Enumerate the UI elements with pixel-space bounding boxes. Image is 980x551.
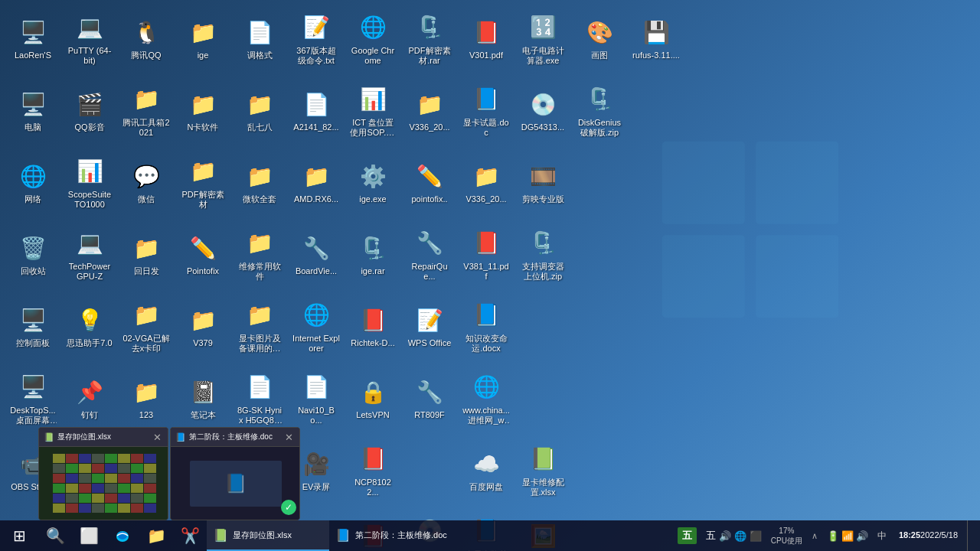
desktop-icon-letsvpn[interactable]: 🔒 LetsVPN	[346, 366, 400, 432]
extra-icon[interactable]: ✂️	[173, 520, 207, 551]
desktop-icon-chinawww[interactable]: 🌐 www.china... 进维网_ww...	[459, 366, 513, 432]
desktop-icon-laorenS[interactable]: 🖥️ LaoRen'S	[6, 6, 60, 72]
excel-cell	[66, 474, 78, 483]
desktop-icon-biaogezhishi[interactable]: 📄 调格式	[233, 6, 286, 72]
desktop-icon-pdf[interactable]: 🗜️ PDF解密素材.rar	[403, 6, 456, 72]
desktop-icon-baidu[interactable]: 📁 腾讯工具箱2021	[119, 78, 173, 144]
popup-close-word-popup[interactable]: ✕	[283, 431, 295, 443]
desktop-icon-v33620[interactable]: 📁 V336_20...	[459, 150, 513, 216]
desktop-icon-diskgenius[interactable]: 🗜️ DiskGenius破解版.zip	[573, 78, 626, 144]
desktop-icon-xiankapei[interactable]: 📗 显卡维修配置.xlsx	[516, 438, 570, 504]
desktop-icon-internet[interactable]: 🌐 Internet Explorer	[289, 294, 343, 360]
notification-area[interactable]: ∧	[808, 520, 821, 551]
desktop-icon-baiduyun[interactable]: ☁️ 百度网盘	[459, 438, 513, 504]
taskbar-preview-popup: 📗 显存卸位图.xlsx ✕ 📘 第二阶段：主板维修.doc ✕ 📘 ✓	[38, 427, 300, 520]
excel-cell	[105, 454, 117, 463]
desktop-icon-kongzhi[interactable]: 🖥️ 控制面板	[6, 294, 60, 360]
clock[interactable]: 18:25 2022/5/18	[893, 520, 964, 551]
desktop-icon-v379[interactable]: 📁 V379	[176, 294, 230, 360]
icon-image-bghynix: 📄	[244, 372, 275, 403]
language-icon[interactable]: 中	[874, 520, 890, 551]
desktop-icon-wpsoffice[interactable]: 📝 WPS Office	[403, 294, 456, 360]
excel-cell	[79, 454, 91, 463]
taskbar-app-excel-app[interactable]: 📗 显存卸位图.xlsx	[207, 520, 329, 551]
icon-label-v33620: V336_20...	[466, 194, 506, 204]
desktop-icon-igerar[interactable]: 🗜️ ige.rar	[346, 222, 400, 288]
desktop-icon-repairq[interactable]: 🔧 RepairQue...	[403, 222, 456, 288]
desktop-icon-tencentqq[interactable]: 🐧 腾讯QQ	[119, 6, 173, 72]
icon-image-ncp810: 📕	[358, 444, 388, 474]
icon-label-pointofix: pointofix..	[411, 194, 447, 204]
icon-label-rt809f: RT809F	[414, 410, 445, 420]
excel-cell	[131, 474, 143, 483]
desktop-icon-boardview[interactable]: 🔧 BoardVie...	[289, 222, 343, 288]
taskbar-app-word-app[interactable]: 📘 第二阶段：主板维修.doc	[329, 520, 453, 551]
desktop-icon-sixin[interactable]: 💡 思迅助手7.0	[63, 294, 116, 360]
desktop-icon-ige[interactable]: 📁 ige	[176, 6, 230, 72]
desktop-icon-huatu[interactable]: 🎨 画图	[573, 6, 626, 72]
desktop-icon-luanren[interactable]: 📁 乱七八	[233, 78, 286, 144]
show-desktop[interactable]	[967, 520, 974, 551]
desktop-icon-weixin[interactable]: 💬 微信	[119, 150, 173, 216]
desktop-icon-putty[interactable]: 💻 PuTTY (64-bit)	[63, 6, 116, 72]
desktop-icon-pointofix[interactable]: ✏️ pointofix..	[403, 150, 456, 216]
desktop-icon-chrome[interactable]: 🌐 Google Chrome	[346, 6, 400, 72]
desktop-icon-qqyingyin[interactable]: 🎬 QQ影音	[63, 78, 116, 144]
icon-label-evlook: EV录屏	[302, 482, 331, 492]
desktop-icon-v301[interactable]: 📕 V301.pdf	[459, 6, 513, 72]
desktop-icon-baiban[interactable]: 📝 367版本超级命令.txt	[289, 6, 343, 72]
desktop-icon-pointofix2[interactable]: ✏️ Pointofix	[176, 222, 230, 288]
desktop-icon-xucaiprofessional[interactable]: 🎞️ 剪映专业版	[516, 150, 570, 216]
desktop-icon-wbsq[interactable]: 📁 微软全套	[233, 150, 286, 216]
desktop-icon-onetwothree[interactable]: 📁 123	[119, 366, 173, 432]
desktop-icon-igeexe[interactable]: ⚙️ ige.exe	[346, 150, 400, 216]
desktop-icon-weixiu[interactable]: 📁 维修常用软件	[233, 222, 286, 288]
desktop-icon-v38111[interactable]: 📕 V381_11.pdf	[459, 222, 513, 288]
excel-cell	[53, 474, 65, 483]
search-icon-taskbar[interactable]: 🔍	[38, 520, 72, 551]
desktop-icon-richtek[interactable]: 📕 Richtek-D...	[346, 294, 400, 360]
desktop-icon-nka[interactable]: 📁 N卡软件	[176, 78, 230, 144]
desktop-icon-wangluo[interactable]: 🌐 网络	[6, 150, 60, 216]
fileexplorer-icon[interactable]: 📁	[139, 520, 173, 551]
icon-label-baiduyun: 百度网盘	[469, 482, 503, 492]
desktop-icon-huishou[interactable]: 🗑️ 回收站	[6, 222, 60, 288]
ime-button[interactable]: 五	[675, 520, 700, 551]
desktop-icon-huiri[interactable]: 📁 回日发	[119, 222, 173, 288]
desktop-icon-02vga[interactable]: 📁 02-VGA已解去x卡印	[119, 294, 173, 360]
excel-cell	[105, 464, 117, 473]
desktop-icon-rt809f[interactable]: 🔧 RT809F	[403, 366, 456, 432]
start-button[interactable]: ⊞	[0, 520, 38, 551]
desktop-icon-ict[interactable]: 📊 ICT 盘位置使用SOP.ppt	[346, 78, 400, 144]
desktop-icon-zhishi[interactable]: 📘 知识改变命运.docx	[459, 294, 513, 360]
popup-preview-word-popup[interactable]: 📘 ✓	[171, 447, 300, 520]
icon-image-wpsoffice: 📝	[414, 305, 445, 335]
desktop-icon-notepad[interactable]: 📓 笔记本	[176, 366, 230, 432]
desktop-icon-dianlu[interactable]: 🔢 电子电路计算器.exe	[516, 6, 570, 72]
desktop-icon-navi10[interactable]: 📄 Navi10_Bo...	[289, 366, 343, 432]
cpu-usage[interactable]: 17%CPU使用	[768, 520, 805, 551]
desktop-icon-v336[interactable]: 📁 V336_20...	[403, 78, 456, 144]
desktop-icon-xiankatu[interactable]: 📁 显卡图片及备课用的资料	[233, 294, 286, 360]
desktop-icon-dg54313[interactable]: 💿 DG54313...	[516, 78, 570, 144]
desktop-icon-scopesuite[interactable]: 📊 ScopeSuite TO1000	[63, 150, 116, 216]
desktop-icon-pdfjieya[interactable]: 📁 PDF解密素材	[176, 150, 230, 216]
desktop-icon-amdrx[interactable]: 📁 AMD.RX6...	[289, 150, 343, 216]
desktop-icon-dianlu2[interactable]: 🖥️ 电脑	[6, 78, 60, 144]
system-icons[interactable]: 🔋 📶 🔊	[824, 520, 871, 551]
desktop-icon-xiankatiti[interactable]: 📘 显卡试题.doc	[459, 78, 513, 144]
desktop-icon-shangwei[interactable]: 🗜️ 支持调变器上位机.zip	[516, 222, 570, 288]
desktop-icon-dingding[interactable]: 📌 钉钉	[63, 366, 116, 432]
popup-preview-excel-popup[interactable]	[39, 447, 168, 520]
popup-close-excel-popup[interactable]: ✕	[151, 431, 163, 443]
taskview-icon[interactable]: ⬜	[72, 520, 106, 551]
tray-icons[interactable]: 五 🔊 🌐 ⬛	[703, 520, 765, 551]
desktop-icon-techpow[interactable]: 💻 TechPower GPU-Z	[63, 222, 116, 288]
desktop-icon-desktopS[interactable]: 🖥️ DeskTopS... 桌面屏幕抓...	[6, 366, 60, 432]
edge-icon[interactable]	[106, 520, 139, 551]
desktop-icon-bghynix[interactable]: 📄 8G-SK Hynix H5GQ8H2...	[233, 366, 286, 432]
icon-image-desktopS: 🖥️	[18, 372, 48, 403]
desktop-icon-a2141[interactable]: 📄 A2141_82...	[289, 78, 343, 144]
desktop-icon-rufus[interactable]: 💾 rufus-3.11....	[629, 6, 683, 72]
desktop-icon-ncp810[interactable]: 📕 NCP81022...	[346, 438, 400, 504]
